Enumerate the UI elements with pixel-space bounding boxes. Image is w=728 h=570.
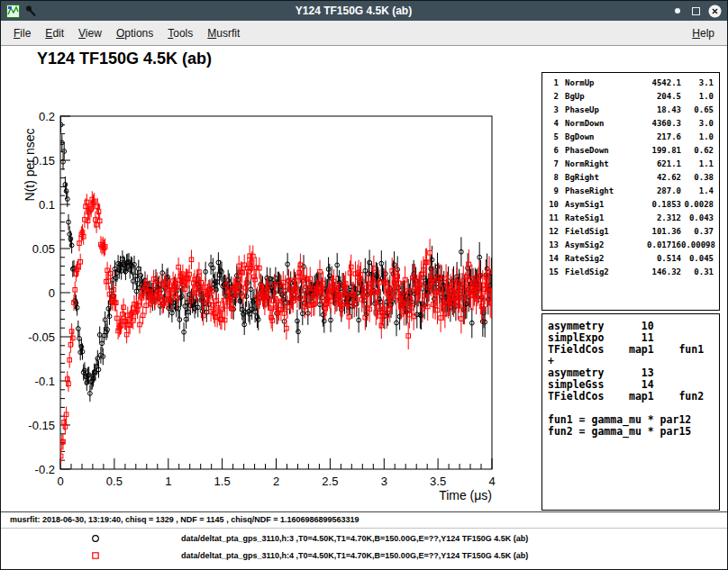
theory-box[interactable]: asymmetry 10 simplExpo 11 TFieldCos map1… bbox=[541, 313, 720, 511]
param-row-PhaseRight: 9PhaseRight287.01.4 bbox=[546, 185, 715, 198]
circle-marker-icon bbox=[90, 533, 101, 544]
pin-icon[interactable] bbox=[23, 4, 38, 18]
y-tick-label: 0.1 bbox=[39, 198, 55, 212]
y-tick-label: -0.05 bbox=[28, 330, 55, 344]
menu-file[interactable]: File bbox=[6, 23, 38, 43]
minimize-button[interactable] bbox=[669, 4, 685, 19]
y-axis-title: N(t) per nsec bbox=[23, 129, 37, 202]
legend-label-h4: data/deltat_pta_gps_3110,h:4 ,T0=4.50K,T… bbox=[181, 551, 528, 560]
param-row-NormRight: 7NormRight621.11.1 bbox=[546, 158, 715, 171]
plot-title: Y124 TF150G 4.5K (ab) bbox=[37, 50, 212, 68]
theory-text: asymmetry 10 simplExpo 11 TFieldCos map1… bbox=[548, 321, 714, 438]
fit-parameters-box[interactable]: 1NormUp4542.13.12BgUp204.51.03PhaseUp18.… bbox=[541, 72, 720, 311]
minimize-icon bbox=[675, 8, 680, 14]
plot-canvas[interactable]: 0.20.150.10.050-0.05-0.1-0.15-0.200.511.… bbox=[1, 46, 541, 511]
menubar: File Edit View Options Tools Musrfit Hel… bbox=[1, 21, 727, 46]
menu-musrfit[interactable]: Musrfit bbox=[200, 23, 247, 43]
menu-view[interactable]: View bbox=[71, 23, 109, 43]
param-row-PhaseDown: 6PhaseDown199.810.62 bbox=[546, 144, 715, 158]
param-row-NormDown: 4NormDown4360.33.0 bbox=[546, 117, 715, 131]
y-tick-label: 0.2 bbox=[39, 110, 55, 123]
param-row-RateSig1: 11RateSig12.3120.043 bbox=[546, 212, 715, 225]
y-tick-label: 0 bbox=[49, 286, 55, 300]
x-tick-label: 4 bbox=[488, 475, 495, 488]
legend-label-h3: data/deltat_pta_gps_3110,h:3 ,T0=4.50K,T… bbox=[181, 534, 528, 543]
canvas-area: Y124 TF150G 4.5K (ab) 0.20.150.10.050-0.… bbox=[1, 46, 727, 569]
y-tick-label: -0.15 bbox=[28, 419, 55, 432]
x-tick-label: 3.5 bbox=[430, 475, 446, 488]
legend-entry-h4: data/deltat_pta_gps_3110,h:4 ,T0=4.50K,T… bbox=[1, 547, 727, 564]
data-series-square bbox=[59, 191, 493, 464]
x-tick-label: 0.5 bbox=[106, 475, 123, 488]
x-tick-label: 0 bbox=[57, 475, 63, 488]
close-icon bbox=[708, 5, 722, 18]
param-row-FieldSig1: 12FieldSig1101.360.37 bbox=[546, 225, 715, 239]
menu-help[interactable]: Help bbox=[685, 23, 722, 43]
param-row-FieldSig2: 15FieldSig2146.320.31 bbox=[546, 266, 715, 279]
square-marker-icon bbox=[90, 550, 101, 561]
x-axis-title: Time (μs) bbox=[439, 488, 492, 502]
param-row-AsymSig1: 10AsymSig10.18530.0028 bbox=[546, 198, 715, 212]
param-row-RateSig2: 14RateSig20.5140.045 bbox=[546, 252, 715, 266]
param-row-BgDown: 5BgDown217.61.0 bbox=[546, 131, 715, 144]
status-divider bbox=[1, 511, 727, 512]
x-tick-label: 2.5 bbox=[322, 475, 338, 488]
maximize-icon bbox=[692, 7, 700, 15]
maximize-button[interactable] bbox=[688, 4, 704, 19]
app-window: Y124 TF150G 4.5K (ab) File Edit View Opt… bbox=[0, 0, 728, 570]
param-row-BgUp: 2BgUp204.51.0 bbox=[546, 90, 715, 104]
axis-ticks bbox=[60, 116, 492, 469]
window-title: Y124 TF150G 4.5K (ab) bbox=[41, 5, 666, 17]
y-tick-label: -0.1 bbox=[35, 375, 55, 388]
menu-options[interactable]: Options bbox=[109, 23, 160, 43]
param-row-PhaseUp: 3PhaseUp18.430.65 bbox=[546, 104, 715, 117]
close-button[interactable] bbox=[707, 4, 723, 19]
data-series-circle bbox=[59, 117, 494, 402]
legend-divider bbox=[1, 528, 727, 529]
x-tick-label: 1 bbox=[165, 475, 171, 488]
legend-entry-h3: data/deltat_pta_gps_3110,h:3 ,T0=4.50K,T… bbox=[1, 530, 727, 547]
pin-icon-glyph bbox=[24, 5, 37, 17]
y-tick-label: -0.2 bbox=[35, 463, 55, 476]
plot-frame bbox=[60, 116, 492, 469]
app-icon[interactable] bbox=[5, 4, 20, 18]
x-tick-label: 2 bbox=[273, 475, 279, 488]
window-titlebar: Y124 TF150G 4.5K (ab) bbox=[1, 1, 727, 21]
menu-tools[interactable]: Tools bbox=[160, 23, 200, 43]
x-tick-label: 1.5 bbox=[214, 475, 231, 488]
param-row-NormUp: 1NormUp4542.13.1 bbox=[546, 77, 715, 90]
app-icon-glyph bbox=[6, 5, 20, 18]
fit-status-line: musrfit: 2018-06-30, 13:19:40, chisq = 1… bbox=[10, 515, 359, 524]
y-tick-label: 0.05 bbox=[32, 242, 55, 256]
menu-edit[interactable]: Edit bbox=[38, 23, 71, 43]
param-row-BgRight: 8BgRight42.620.38 bbox=[546, 171, 715, 185]
x-tick-label: 3 bbox=[381, 475, 387, 488]
param-row-AsymSig2: 13AsymSig20.017160.00098 bbox=[546, 239, 715, 252]
